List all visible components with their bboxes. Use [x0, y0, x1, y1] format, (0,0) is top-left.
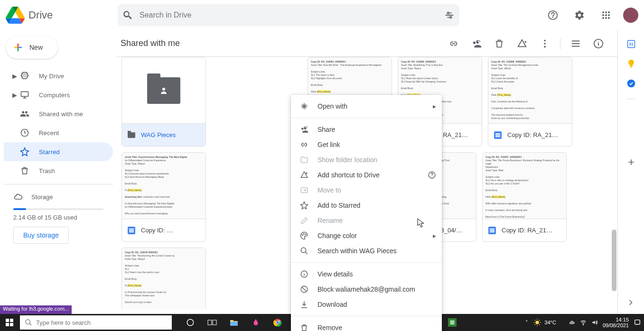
search-box[interactable] [118, 4, 459, 26]
folder-card-selected[interactable]: WAG Pieces [121, 57, 206, 147]
search-options-icon[interactable] [444, 10, 455, 20]
apps-button[interactable] [597, 6, 616, 25]
svg-point-54 [536, 321, 540, 324]
svg-rect-33 [10, 319, 13, 322]
help-button[interactable] [543, 6, 562, 25]
cm-open-with[interactable]: Open with▸ [291, 99, 442, 114]
cm-share[interactable]: Share [291, 122, 442, 137]
calendar-icon[interactable]: 31 [626, 39, 636, 48]
view-details-button[interactable] [589, 34, 608, 53]
cm-get-link[interactable]: Get link [291, 137, 442, 152]
svg-point-23 [304, 234, 305, 235]
more-actions-button[interactable] [535, 34, 554, 53]
shortcut-icon [299, 171, 310, 179]
svg-point-36 [26, 320, 30, 324]
scrollbar-track[interactable] [611, 57, 617, 314]
share-button[interactable] [467, 34, 486, 53]
svg-point-16 [544, 43, 546, 45]
link-icon [299, 140, 310, 149]
sidebar-item-computers[interactable]: ▶ Computers [4, 85, 113, 104]
tb-explorer[interactable] [223, 314, 245, 331]
cm-remove[interactable]: Remove [291, 320, 442, 331]
scrollbar-thumb[interactable] [612, 230, 616, 291]
star-icon [299, 201, 310, 210]
tray-chevron[interactable]: ˄ [525, 320, 528, 326]
sidebar-item-starred[interactable]: Starred [4, 142, 113, 161]
sidebar-item-shared[interactable]: Shared with me [4, 104, 113, 123]
file-card[interactable]: Copy ID: RA_210257_04/08/2021Asset Title… [482, 152, 567, 242]
onedrive-tray-icon[interactable] [569, 319, 575, 326]
file-name: Copy ID: RA_21… [502, 227, 552, 234]
cm-add-shortcut[interactable]: Add shortcut to Drive [291, 167, 442, 183]
buy-storage-button[interactable]: Buy storage [13, 227, 69, 244]
sidebar-item-recent[interactable]: Recent [4, 123, 113, 142]
svg-point-41 [276, 321, 279, 324]
svg-point-17 [544, 46, 546, 47]
tb-task-view[interactable] [201, 314, 223, 331]
cm-view-details[interactable]: View details [291, 267, 442, 282]
notifications-tray-icon[interactable] [634, 319, 641, 326]
taskbar-clock[interactable]: 14:1509/08/2021 [603, 317, 629, 328]
svg-point-9 [608, 14, 610, 16]
wifi-tray-icon[interactable] [580, 319, 587, 326]
sidebar-item-my-drive[interactable]: ▶ My Drive [4, 66, 113, 85]
svg-point-0 [447, 12, 449, 14]
svg-point-8 [605, 14, 607, 16]
delete-button[interactable] [490, 34, 509, 53]
account-avatar[interactable] [623, 8, 638, 23]
file-card[interactable]: Asset Title: Asynchronous Messaging: The… [121, 152, 206, 242]
file-card[interactable]: Copy ID: RA_210242 8/8/2021Asset Title: … [121, 248, 206, 309]
docs-icon [488, 227, 496, 234]
doc-thumbnail: Asset Title: Asynchronous Messaging: The… [122, 153, 205, 219]
settings-button[interactable] [570, 6, 589, 25]
svg-point-25 [301, 248, 306, 253]
cm-add-starred[interactable]: Add to Starred [291, 198, 442, 213]
add-shortcut-button[interactable] [513, 34, 532, 53]
cm-search-within[interactable]: Search within WAG Pieces [291, 243, 442, 258]
tb-app-4[interactable] [441, 314, 463, 331]
drive-logo-area[interactable]: Drive [6, 6, 118, 25]
context-menu: Open with▸ Share Get link Show folder lo… [291, 95, 442, 331]
svg-point-24 [305, 234, 306, 235]
move-icon [299, 186, 310, 194]
get-addons-button[interactable] [622, 153, 641, 172]
tb-chrome[interactable] [267, 314, 289, 331]
get-link-button[interactable] [444, 34, 463, 53]
storage-used-text: 2.14 GB of 15 GB used [13, 214, 103, 221]
volume-tray-icon[interactable] [591, 319, 598, 326]
cm-block-user[interactable]: Block waliamehak28@gmail.com [291, 282, 442, 297]
sidebar-item-trash[interactable]: Trash [4, 161, 113, 180]
svg-point-55 [583, 324, 583, 325]
svg-rect-34 [6, 323, 9, 326]
my-drive-icon [19, 71, 30, 81]
list-view-button[interactable] [566, 34, 585, 53]
svg-text:31: 31 [629, 42, 634, 46]
shared-icon [19, 109, 30, 119]
expand-icon: ▶ [12, 92, 17, 99]
file-card[interactable]: Copy ID: RA_210008_04082021Asset Title: … [488, 57, 572, 147]
taskbar-search[interactable]: Type here to search [20, 315, 172, 330]
search-input[interactable] [140, 11, 444, 19]
open-with-icon [299, 102, 310, 110]
sidebar: New ▶ My Drive ▶ Computers Shared with m… [0, 30, 117, 314]
cm-download[interactable]: Download [291, 297, 442, 312]
tb-app-1[interactable] [245, 314, 267, 331]
cm-change-color[interactable]: Change color▸ [291, 228, 442, 243]
svg-rect-32 [6, 319, 9, 322]
page-title: Shared with me [121, 38, 180, 48]
keep-icon[interactable] [626, 59, 636, 68]
new-button[interactable]: New [6, 36, 58, 59]
storage-bar [13, 208, 103, 210]
svg-point-5 [605, 11, 607, 13]
doc-thumbnail: Copy ID: RA_210257_04/08/2021Asset Title… [483, 153, 566, 219]
hide-side-panel-button[interactable] [626, 298, 635, 307]
weather-widget[interactable]: 34°C [533, 318, 556, 327]
svg-point-3 [553, 17, 553, 18]
recent-icon [19, 128, 30, 138]
start-button[interactable] [0, 314, 19, 331]
tasks-icon[interactable] [626, 79, 636, 88]
block-icon [299, 285, 310, 294]
svg-point-15 [544, 39, 546, 41]
palette-icon [299, 231, 310, 240]
tb-cortana[interactable] [179, 314, 201, 331]
